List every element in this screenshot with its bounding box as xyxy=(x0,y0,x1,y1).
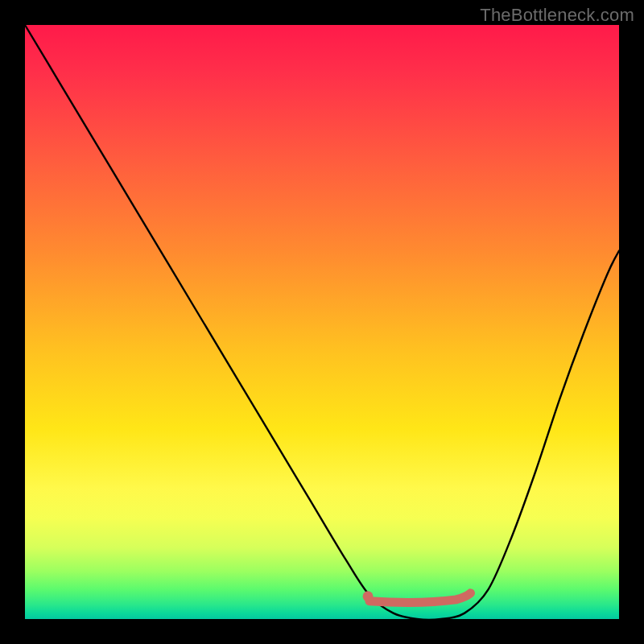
svg-point-0 xyxy=(363,591,374,601)
watermark-text: TheBottleneck.com xyxy=(480,5,634,26)
plot-area xyxy=(25,25,619,619)
bottleneck-curve-path xyxy=(25,25,619,620)
bottleneck-curve-svg xyxy=(25,25,619,619)
optimal-range-marker xyxy=(363,591,471,602)
chart-frame: TheBottleneck.com xyxy=(0,0,644,644)
